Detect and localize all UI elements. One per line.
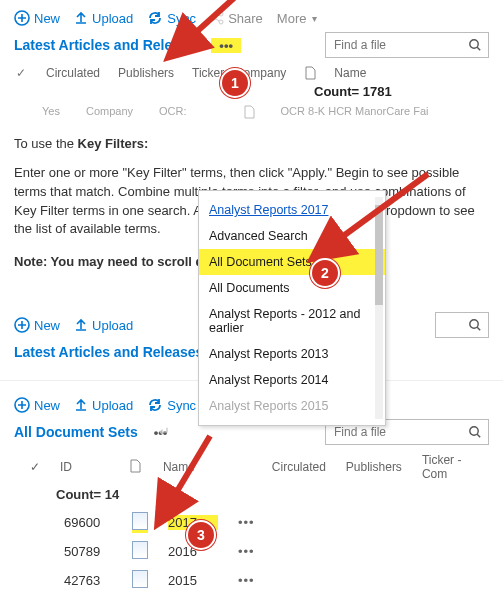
plus-circle-icon [14, 397, 30, 413]
col-publishers[interactable]: Publishers [346, 460, 402, 474]
faint-d: OCR 8-K HCR ManorCare Fai [281, 105, 429, 121]
faint-b: Company [86, 105, 133, 121]
badge-2: 2 [310, 258, 340, 288]
docset-icon [132, 570, 148, 591]
new-button[interactable]: New [14, 10, 60, 26]
checkmark-icon[interactable]: ✓ [14, 66, 28, 80]
menu-item[interactable]: Analyst Reports - 2012 and earlier [199, 301, 385, 341]
document-icon [304, 66, 316, 80]
row-menu-dots[interactable]: ••• [238, 544, 255, 559]
menu-item[interactable]: Analyst Reports 2013 [199, 341, 385, 367]
menu-item[interactable]: Analyst Reports 2015 [199, 393, 385, 419]
cell-id: 69600 [64, 515, 112, 530]
plus-circle-icon [14, 10, 30, 26]
docset-icon [132, 541, 148, 562]
col-id[interactable]: ID [60, 460, 107, 474]
more-label: More [277, 11, 307, 26]
table-row[interactable]: 69600 2017 ••• [30, 508, 489, 537]
search-input[interactable] [332, 424, 446, 440]
faint-row: Yes Company OCR: OCR 8-K HCR ManorCare F… [42, 105, 489, 121]
search-input[interactable] [332, 37, 446, 53]
cell-name[interactable]: 2015 [168, 573, 218, 588]
count-label: Count= 14 [56, 487, 489, 502]
col-ticker-company[interactable]: Ticker - Com [422, 453, 489, 481]
svg-point-4 [470, 40, 478, 48]
docset-icon [132, 512, 148, 533]
search-icon [468, 425, 482, 439]
upload-button[interactable]: Upload [74, 398, 133, 413]
annotation-arrow-3 [150, 434, 230, 537]
badge-1: 1 [220, 68, 250, 98]
faint-a: Yes [42, 105, 60, 121]
document-icon [129, 459, 141, 473]
documents-table: ✓ ID Name Circulated Publishers Ticker -… [30, 453, 489, 595]
new-label: New [34, 11, 60, 26]
new-button[interactable]: New [14, 397, 60, 413]
badge-3: 3 [186, 520, 216, 550]
col-circulated[interactable]: Circulated [272, 460, 326, 474]
view-name[interactable]: Latest Articles and Releases [14, 344, 203, 360]
upload-icon [74, 11, 88, 25]
search-icon [468, 318, 482, 332]
table-row[interactable]: 50789 2016 ••• [30, 537, 489, 566]
cell-id: 42763 [64, 573, 112, 588]
search-box[interactable] [325, 32, 489, 58]
row-menu-dots[interactable]: ••• [238, 515, 255, 530]
col-name[interactable]: Name [334, 66, 366, 80]
table-row[interactable]: 42763 2015 ••• [30, 566, 489, 595]
instr-lead: To use the [14, 136, 78, 151]
upload-icon [74, 318, 88, 332]
annotation-arrow-1 [164, 0, 254, 69]
row-menu-dots[interactable]: ••• [238, 573, 255, 588]
chevron-down-icon: ▾ [312, 13, 317, 24]
count-label: Count= 1781 [314, 84, 489, 99]
upload-icon [74, 398, 88, 412]
view-name[interactable]: All Document Sets [14, 424, 138, 440]
svg-point-11 [470, 427, 478, 435]
menu-item[interactable]: Analyst Reports 2014 [199, 367, 385, 393]
checkmark-icon[interactable]: ✓ [30, 460, 40, 474]
new-button[interactable]: New [14, 317, 60, 333]
sync-icon [147, 10, 163, 26]
plus-circle-icon [14, 317, 30, 333]
column-headers: ✓ ID Name Circulated Publishers Ticker -… [30, 453, 489, 481]
search-icon [468, 38, 482, 52]
sync-icon [147, 397, 163, 413]
upload-button[interactable]: Upload [74, 11, 133, 26]
svg-point-6 [470, 320, 478, 328]
upload-button[interactable]: Upload [74, 318, 133, 333]
instr-bold: Key Filters: [78, 136, 149, 151]
sync-button[interactable]: Sync [147, 397, 196, 413]
faint-c: OCR: [159, 105, 187, 121]
more-button[interactable]: More ▾ [277, 11, 318, 26]
upload-label: Upload [92, 11, 133, 26]
search-box[interactable] [435, 312, 489, 338]
cell-id: 50789 [64, 544, 112, 559]
document-icon [243, 105, 255, 119]
col-circulated[interactable]: Circulated [46, 66, 100, 80]
